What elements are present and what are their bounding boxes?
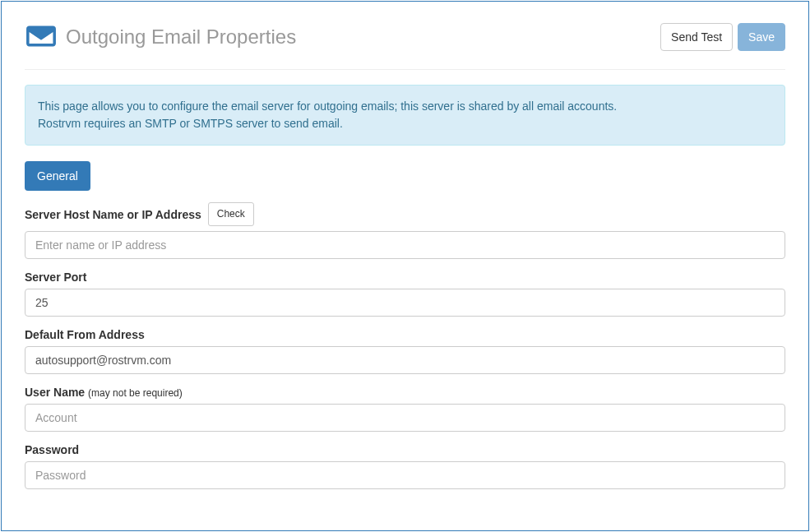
host-label: Server Host Name or IP Address	[25, 208, 201, 221]
port-input[interactable]	[25, 289, 785, 317]
form-group-user: User Name (may not be required)	[25, 386, 785, 432]
password-input[interactable]	[25, 461, 785, 489]
save-button[interactable]: Save	[738, 23, 785, 51]
form-group-port: Server Port	[25, 271, 785, 317]
envelope-icon	[25, 25, 58, 50]
header-divider	[25, 69, 785, 70]
info-line-2: Rostrvm requires an SMTP or SMTPS server…	[38, 115, 772, 132]
user-input[interactable]	[25, 404, 785, 432]
from-input[interactable]	[25, 346, 785, 374]
password-label: Password	[25, 443, 79, 456]
port-label: Server Port	[25, 271, 86, 284]
form-group-from: Default From Address	[25, 328, 785, 374]
info-alert: This page allows you to configure the em…	[25, 85, 785, 146]
user-label-note: (may not be required)	[88, 387, 183, 399]
page-header: Outgoing Email Properties Send Test Save	[25, 23, 785, 51]
outgoing-email-panel: Outgoing Email Properties Send Test Save…	[1, 1, 809, 531]
header-left: Outgoing Email Properties	[25, 25, 296, 50]
tab-general[interactable]: General	[25, 161, 90, 191]
form-group-host: Server Host Name or IP Address Check	[25, 202, 785, 259]
host-input[interactable]	[25, 231, 785, 259]
page-title: Outgoing Email Properties	[66, 25, 296, 49]
form-group-password: Password	[25, 443, 785, 489]
send-test-button[interactable]: Send Test	[660, 23, 733, 51]
from-label: Default From Address	[25, 328, 145, 341]
header-buttons: Send Test Save	[660, 23, 785, 51]
user-label-text: User Name	[25, 386, 85, 399]
user-label: User Name (may not be required)	[25, 386, 183, 399]
check-button[interactable]: Check	[208, 202, 254, 226]
tab-bar: General	[25, 161, 785, 191]
info-line-1: This page allows you to configure the em…	[38, 98, 772, 115]
